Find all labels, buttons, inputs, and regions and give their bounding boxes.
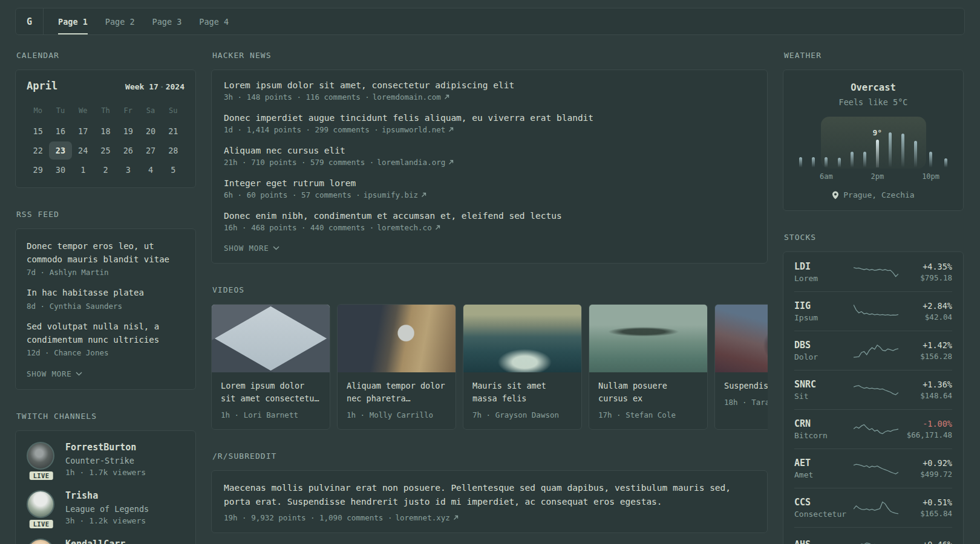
stock-row[interactable]: AET Amet +0.92% $499.72 [794, 448, 952, 488]
hn-item-title[interactable]: Integer eget rutrum lorem [224, 178, 755, 188]
stock-sparkline [854, 342, 898, 360]
page-tab[interactable]: Page 4 [199, 8, 229, 34]
stock-ticker[interactable]: AHS [794, 539, 854, 544]
channel-name[interactable]: KendallCarr [65, 539, 125, 544]
hn-item: Donec enim nibh, condimentum et accumsan… [224, 211, 755, 232]
weather-hour-column [794, 119, 807, 182]
rss-item-title[interactable]: Donec tempor eros leo, ut commodo mauris… [27, 240, 185, 266]
chevron-down-icon [273, 246, 279, 250]
app-logo[interactable]: G [16, 8, 44, 34]
stock-row[interactable]: LDI Lorem +4.35% $795.18 [794, 253, 952, 291]
hn-meta-text: 3h · 148 points · 116 comments · [224, 92, 370, 102]
videos-carousel: Lorem ipsum dolor sit amet consectetu… 1… [211, 304, 768, 430]
stock-row[interactable]: DBS Dolor +1.42% $156.28 [794, 331, 952, 370]
stock-row[interactable]: IIG Ipsum +2.84% $42.04 [794, 291, 952, 331]
video-title[interactable]: Lorem ipsum dolor sit amet consectetu… [221, 380, 321, 405]
hn-show-more-button[interactable]: SHOW MORE [224, 244, 755, 253]
stock-identity: AHS [794, 539, 854, 544]
stock-values: -1.00% $66,171.48 [898, 419, 952, 439]
hn-item-title[interactable]: Aliquam nec cursus elit [224, 146, 755, 155]
rss-item-title[interactable]: Sed volutpat nulla nisl, a condimentum n… [27, 320, 185, 346]
subreddit-domain-link[interactable]: loremnet.xyz [395, 513, 449, 522]
calendar-week-year: Week 17·2024 [125, 82, 185, 91]
stock-row[interactable]: AHS +0.46% [794, 527, 952, 544]
day-cell: 2 [94, 161, 117, 179]
hn-item-title[interactable]: Lorem ipsum dolor sit amet, consectetur … [224, 80, 755, 90]
weather-bar [863, 152, 866, 167]
weather-bar [929, 152, 932, 167]
stock-ticker[interactable]: IIG [794, 300, 854, 311]
stock-row[interactable]: SNRC Sit +1.36% $148.64 [794, 370, 952, 409]
stock-row[interactable]: CCS Consectetur +0.51% $165.84 [794, 488, 952, 527]
hn-domain-link[interactable]: ipsumify.biz [364, 190, 418, 199]
stock-sparkline [854, 263, 898, 281]
stock-ticker[interactable]: CRN [794, 418, 854, 429]
rss-item-title[interactable]: In hac habitasse platea [27, 287, 185, 300]
page-tab[interactable]: Page 1 [58, 8, 88, 34]
stock-ticker[interactable]: LDI [794, 261, 854, 272]
hn-item-meta: 1d · 1,414 points · 299 comments · ipsum… [224, 125, 755, 134]
stock-ticker[interactable]: SNRC [794, 379, 854, 390]
video-caption: Nullam posuere cursus ex 17h · Stefan Co… [589, 372, 707, 429]
stock-identity: IIG Ipsum [794, 300, 854, 322]
video-caption: Aliquam tempor dolor nec pharetra… 1h · … [338, 372, 456, 429]
day-cell: 18 [94, 122, 117, 140]
subreddit-section: /R/SUBREDDIT Maecenas mollis pulvinar er… [211, 452, 768, 533]
stock-ticker[interactable]: AET [794, 458, 854, 468]
video-thumbnail[interactable] [463, 305, 581, 372]
video-title[interactable]: Suspendisse diam [724, 380, 768, 392]
subreddit-post-title[interactable]: Maecenas mollis pulvinar erat non posuer… [224, 481, 755, 510]
hn-domain-link[interactable]: loremlandia.org [377, 158, 445, 167]
channel-name[interactable]: Trisha [65, 490, 149, 501]
hn-item-title[interactable]: Donec enim nibh, condimentum et accumsan… [224, 211, 755, 221]
stock-ticker[interactable]: CCS [794, 497, 854, 508]
video-card[interactable]: Suspendisse diam 18h · Tara [714, 304, 768, 430]
day-cell: 30 [49, 161, 71, 179]
stock-price: $66,171.48 [898, 430, 952, 439]
channel-name[interactable]: ForrestBurton [65, 442, 146, 453]
video-title[interactable]: Aliquam tempor dolor nec pharetra… [347, 380, 446, 405]
video-card[interactable]: Nullam posuere cursus ex 17h · Stefan Co… [589, 304, 708, 430]
weather-section: WEATHER Overcast Feels like 5°C [783, 51, 964, 211]
stock-row[interactable]: CRN Bitcorn -1.00% $66,171.48 [794, 409, 952, 448]
hn-domain-link[interactable]: ipsumworld.net [382, 125, 445, 134]
twitch-channel[interactable]: LIVE Trisha League of Legends 3h · 1.2k … [27, 490, 185, 525]
video-thumbnail[interactable] [338, 305, 456, 372]
hn-item-title[interactable]: Donec imperdiet augue tincidunt felis al… [224, 113, 755, 123]
twitch-channel[interactable]: KendallCarr [27, 539, 185, 544]
video-card[interactable]: Aliquam tempor dolor nec pharetra… 1h · … [337, 304, 456, 430]
video-thumbnail[interactable] [212, 305, 330, 372]
page-tab-label: Page 3 [152, 17, 182, 27]
rss-item: Sed volutpat nulla nisl, a condimentum n… [27, 320, 185, 357]
weather-chart: 6am [794, 119, 952, 182]
twitch-channel[interactable]: LIVE ForrestBurton Counter-Strike 1h · 1… [27, 442, 185, 477]
sparkline-chart [854, 381, 898, 399]
stock-values: +0.51% $165.84 [898, 497, 952, 518]
calendar-week: Week 17 [125, 82, 158, 91]
stock-change: -1.00% [898, 419, 952, 429]
video-title[interactable]: Nullam posuere cursus ex [598, 380, 698, 405]
video-card[interactable]: Lorem ipsum dolor sit amet consectetu… 1… [211, 304, 330, 430]
rss-show-more-button[interactable]: SHOW MORE [27, 369, 185, 378]
video-meta: 1h · Lori Barnett [221, 410, 321, 419]
stock-price: $165.84 [898, 509, 952, 518]
section-title-hacker-news: HACKER NEWS [212, 51, 768, 60]
hn-domain-link[interactable]: loremdomain.com [373, 92, 441, 102]
stock-sparkline [854, 302, 898, 320]
video-thumbnail[interactable] [715, 305, 768, 372]
page-tab[interactable]: Page 3 [152, 8, 182, 34]
stock-ticker[interactable]: DBS [794, 340, 854, 351]
video-thumbnail[interactable] [589, 305, 707, 372]
channel-info: Trisha League of Legends 3h · 1.2k viewe… [65, 490, 149, 525]
calendar-header: April Week 17·2024 [27, 80, 185, 92]
hn-item-meta: 16h · 468 points · 440 comments · loremt… [224, 223, 755, 232]
video-title[interactable]: Mauris sit amet massa felis [472, 380, 572, 405]
video-card[interactable]: Mauris sit amet massa felis 7h · Grayson… [463, 304, 582, 430]
channel-info: KendallCarr [65, 539, 125, 544]
weekday-label: Su [162, 104, 185, 117]
subreddit-meta-text: 19h · 9,932 points · 1,090 comments · [224, 513, 392, 522]
hn-domain-link[interactable]: loremtech.co [377, 223, 431, 232]
weather-bar [889, 132, 892, 167]
day-cell: 25 [94, 141, 117, 160]
page-tab[interactable]: Page 2 [105, 8, 135, 34]
